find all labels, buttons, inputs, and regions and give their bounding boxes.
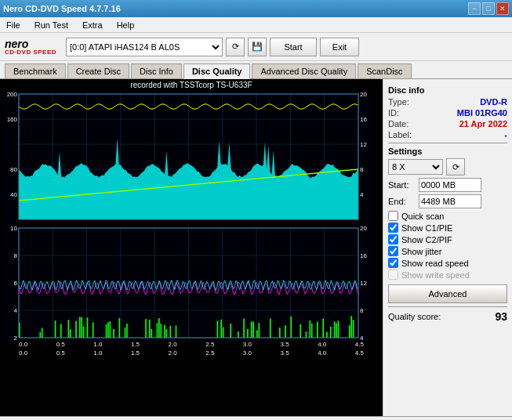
quality-score-label: Quality score: <box>388 312 441 321</box>
app-title: Nero CD-DVD Speed 4.7.7.16 <box>3 4 121 13</box>
refresh-button[interactable]: ⟳ <box>226 38 245 56</box>
disc-date-row: Date: 21 Apr 2022 <box>388 119 507 129</box>
quick-scan-row: Quick scan <box>388 211 507 221</box>
show-c2pif-row: Show C2/PIF <box>388 234 507 244</box>
disc-label-value: - <box>504 130 507 139</box>
disc-date-value: 21 Apr 2022 <box>459 119 507 129</box>
disc-type-label: Type: <box>388 97 409 107</box>
nero-logo-sub: CD·DVD SPEED <box>5 49 56 56</box>
tab-scan-disc[interactable]: ScanDisc <box>358 63 411 78</box>
nero-logo-text: nero <box>5 38 56 49</box>
divider-1 <box>388 143 507 143</box>
disc-id-label: ID: <box>388 108 399 118</box>
quick-scan-checkbox[interactable] <box>388 211 398 221</box>
minimize-button[interactable]: − <box>468 2 481 15</box>
start-button[interactable]: Start <box>270 38 317 56</box>
divider-2 <box>388 306 507 307</box>
title-bar: Nero CD-DVD Speed 4.7.7.16 − □ ✕ <box>0 0 512 17</box>
end-row: End: <box>388 194 507 208</box>
disc-info-title: Disc info <box>388 85 507 95</box>
nero-logo: nero CD·DVD SPEED <box>5 38 56 56</box>
disc-id-value: MBI 01RG40 <box>457 108 507 118</box>
tab-disc-quality[interactable]: Disc Quality <box>183 63 251 79</box>
save-button[interactable]: 💾 <box>248 38 267 56</box>
stats-bar: PI Errors Average: 48.29 Maximum: 127 To… <box>0 416 512 420</box>
start-input[interactable] <box>419 178 481 192</box>
menu-run-test[interactable]: Run Test <box>31 20 71 31</box>
chart-title: recorded with TSSTcorp TS-U633F <box>2 81 381 89</box>
show-c2pif-checkbox[interactable] <box>388 234 398 244</box>
show-c1pie-checkbox[interactable] <box>388 223 398 233</box>
x-axis-bottom: 0.00.51.01.52.02.53.03.54.04.5 <box>2 349 381 357</box>
show-read-speed-checkbox[interactable] <box>388 258 398 268</box>
quick-scan-label: Quick scan <box>401 212 444 221</box>
drive-selector[interactable]: [0:0] ATAPI iHAS124 B AL0S <box>66 38 223 56</box>
right-panel: Disc info Type: DVD-R ID: MBI 01RG40 Dat… <box>383 79 512 416</box>
show-c1pie-label: Show C1/PIE <box>401 223 452 233</box>
speed-select[interactable]: 8 X <box>388 159 443 175</box>
show-write-speed-row: Show write speed <box>388 270 507 280</box>
end-label: End: <box>388 197 416 206</box>
menu-extra[interactable]: Extra <box>79 20 106 31</box>
start-row: Start: <box>388 178 507 192</box>
disc-type-value: DVD-R <box>480 97 507 107</box>
show-jitter-checkbox[interactable] <box>388 246 398 256</box>
show-c1pie-row: Show C1/PIE <box>388 223 507 233</box>
bottom-chart <box>2 225 374 341</box>
end-input[interactable] <box>419 194 481 208</box>
disc-label-row: Label: - <box>388 130 507 139</box>
top-chart <box>2 91 374 223</box>
tab-disc-info[interactable]: Disc Info <box>131 63 182 78</box>
window-controls: − □ ✕ <box>468 2 509 15</box>
maximize-button[interactable]: □ <box>482 2 495 15</box>
tab-benchmark[interactable]: Benchmark <box>5 63 66 78</box>
show-c2pif-label: Show C2/PIF <box>401 235 452 244</box>
disc-id-row: ID: MBI 01RG40 <box>388 108 507 118</box>
show-jitter-label: Show jitter <box>401 247 441 256</box>
show-read-speed-label: Show read speed <box>401 259 469 268</box>
main-content: recorded with TSSTcorp TS-U633F 0.00.51.… <box>0 79 512 416</box>
quality-score-row: Quality score: 93 <box>388 310 507 323</box>
advanced-button[interactable]: Advanced <box>388 284 507 303</box>
show-write-speed-label: Show write speed <box>401 270 470 280</box>
menu-help[interactable]: Help <box>114 20 138 31</box>
disc-label-label: Label: <box>388 130 412 139</box>
speed-row: 8 X ⟳ <box>388 158 507 176</box>
speed-refresh-button[interactable]: ⟳ <box>446 158 465 176</box>
toolbar: nero CD·DVD SPEED [0:0] ATAPI iHAS124 B … <box>0 33 512 61</box>
x-axis-top: 0.00.51.01.52.02.53.03.54.04.5 <box>2 341 381 348</box>
disc-type-row: Type: DVD-R <box>388 97 507 107</box>
exit-button[interactable]: Exit <box>320 38 359 56</box>
menu-bar: File Run Test Extra Help <box>0 17 512 33</box>
settings-title: Settings <box>388 147 507 156</box>
tab-bar: Benchmark Create Disc Disc Info Disc Qua… <box>0 61 512 79</box>
show-write-speed-checkbox <box>388 270 398 280</box>
menu-file[interactable]: File <box>3 20 24 31</box>
close-button[interactable]: ✕ <box>496 2 509 15</box>
disc-date-label: Date: <box>388 119 409 129</box>
show-jitter-row: Show jitter <box>388 246 507 256</box>
show-read-speed-row: Show read speed <box>388 258 507 268</box>
chart-area: recorded with TSSTcorp TS-U633F 0.00.51.… <box>0 79 383 416</box>
tab-advanced-disc-quality[interactable]: Advanced Disc Quality <box>252 63 356 78</box>
start-label: Start: <box>388 180 416 190</box>
quality-score-value: 93 <box>495 310 507 323</box>
tab-create-disc[interactable]: Create Disc <box>67 63 129 78</box>
